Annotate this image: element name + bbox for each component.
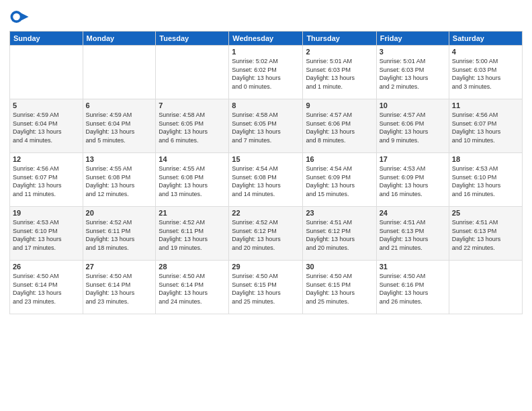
calendar-day-cell: 2Sunrise: 5:01 AM Sunset: 6:03 PM Daylig… xyxy=(303,46,376,99)
weekday-header-tuesday: Tuesday xyxy=(156,32,229,46)
day-info: Sunrise: 4:52 AM Sunset: 6:12 PM Dayligh… xyxy=(232,218,300,252)
day-number: 4 xyxy=(452,48,519,56)
calendar-day-cell: 4Sunrise: 5:00 AM Sunset: 6:03 PM Daylig… xyxy=(449,46,522,99)
calendar-empty-cell xyxy=(449,261,522,314)
day-info: Sunrise: 5:01 AM Sunset: 6:03 PM Dayligh… xyxy=(380,57,446,91)
svg-point-1 xyxy=(13,13,20,21)
day-number: 22 xyxy=(232,209,300,217)
day-number: 25 xyxy=(452,209,519,217)
day-info: Sunrise: 4:51 AM Sunset: 6:12 PM Dayligh… xyxy=(306,218,373,252)
day-info: Sunrise: 4:53 AM Sunset: 6:09 PM Dayligh… xyxy=(380,165,446,198)
day-number: 8 xyxy=(232,101,300,109)
day-number: 3 xyxy=(380,48,446,56)
day-info: Sunrise: 4:52 AM Sunset: 6:11 PM Dayligh… xyxy=(86,218,153,252)
logo xyxy=(9,7,32,27)
day-info: Sunrise: 4:50 AM Sunset: 6:14 PM Dayligh… xyxy=(86,272,153,306)
calendar-day-cell: 29Sunrise: 4:50 AM Sunset: 6:15 PM Dayli… xyxy=(229,261,303,314)
day-number: 21 xyxy=(159,209,226,217)
calendar-day-cell: 22Sunrise: 4:52 AM Sunset: 6:12 PM Dayli… xyxy=(229,207,303,261)
calendar-day-cell: 28Sunrise: 4:50 AM Sunset: 6:14 PM Dayli… xyxy=(156,261,229,314)
calendar-day-cell: 5Sunrise: 4:59 AM Sunset: 6:04 PM Daylig… xyxy=(10,99,83,153)
calendar-day-cell: 1Sunrise: 5:02 AM Sunset: 6:02 PM Daylig… xyxy=(229,46,303,99)
calendar-table: SundayMondayTuesdayWednesdayThursdayFrid… xyxy=(9,31,523,314)
calendar-day-cell: 23Sunrise: 4:51 AM Sunset: 6:12 PM Dayli… xyxy=(303,207,376,261)
page: SundayMondayTuesdayWednesdayThursdayFrid… xyxy=(0,0,532,321)
calendar-day-cell: 19Sunrise: 4:53 AM Sunset: 6:10 PM Dayli… xyxy=(10,207,83,261)
calendar-day-cell: 26Sunrise: 4:50 AM Sunset: 6:14 PM Dayli… xyxy=(10,261,83,314)
day-number: 6 xyxy=(86,101,153,109)
logo-icon xyxy=(9,7,30,27)
day-info: Sunrise: 4:51 AM Sunset: 6:13 PM Dayligh… xyxy=(452,218,519,252)
calendar-day-cell: 27Sunrise: 4:50 AM Sunset: 6:14 PM Dayli… xyxy=(83,261,156,314)
day-info: Sunrise: 4:50 AM Sunset: 6:15 PM Dayligh… xyxy=(306,272,373,306)
calendar-week-row: 12Sunrise: 4:56 AM Sunset: 6:07 PM Dayli… xyxy=(10,153,523,207)
calendar-day-cell: 13Sunrise: 4:55 AM Sunset: 6:08 PM Dayli… xyxy=(83,153,156,207)
day-info: Sunrise: 5:01 AM Sunset: 6:03 PM Dayligh… xyxy=(306,57,373,91)
day-number: 16 xyxy=(306,155,373,163)
day-info: Sunrise: 4:53 AM Sunset: 6:10 PM Dayligh… xyxy=(452,165,519,198)
calendar-week-row: 26Sunrise: 4:50 AM Sunset: 6:14 PM Dayli… xyxy=(10,261,523,314)
day-info: Sunrise: 4:50 AM Sunset: 6:16 PM Dayligh… xyxy=(380,272,446,306)
calendar-day-cell: 17Sunrise: 4:53 AM Sunset: 6:09 PM Dayli… xyxy=(376,153,449,207)
day-number: 14 xyxy=(159,155,226,163)
calendar-day-cell: 3Sunrise: 5:01 AM Sunset: 6:03 PM Daylig… xyxy=(376,46,449,99)
day-number: 24 xyxy=(380,209,446,217)
calendar-day-cell: 6Sunrise: 4:59 AM Sunset: 6:04 PM Daylig… xyxy=(83,99,156,153)
weekday-header-row: SundayMondayTuesdayWednesdayThursdayFrid… xyxy=(10,32,523,46)
day-info: Sunrise: 5:00 AM Sunset: 6:03 PM Dayligh… xyxy=(452,57,519,91)
weekday-header-sunday: Sunday xyxy=(10,32,83,46)
day-number: 7 xyxy=(159,101,226,109)
day-number: 19 xyxy=(13,209,80,217)
calendar-day-cell: 25Sunrise: 4:51 AM Sunset: 6:13 PM Dayli… xyxy=(449,207,522,261)
weekday-header-saturday: Saturday xyxy=(449,32,522,46)
calendar-day-cell: 31Sunrise: 4:50 AM Sunset: 6:16 PM Dayli… xyxy=(376,261,449,314)
calendar-day-cell: 16Sunrise: 4:54 AM Sunset: 6:09 PM Dayli… xyxy=(303,153,376,207)
calendar-day-cell: 9Sunrise: 4:57 AM Sunset: 6:06 PM Daylig… xyxy=(303,99,376,153)
day-info: Sunrise: 4:57 AM Sunset: 6:06 PM Dayligh… xyxy=(306,111,373,144)
day-number: 2 xyxy=(306,48,373,56)
day-info: Sunrise: 4:50 AM Sunset: 6:14 PM Dayligh… xyxy=(159,272,226,306)
day-number: 9 xyxy=(306,101,373,109)
day-number: 18 xyxy=(452,155,519,163)
calendar-day-cell: 7Sunrise: 4:58 AM Sunset: 6:05 PM Daylig… xyxy=(156,99,229,153)
day-number: 13 xyxy=(86,155,153,163)
day-info: Sunrise: 4:54 AM Sunset: 6:09 PM Dayligh… xyxy=(306,165,373,198)
day-info: Sunrise: 4:59 AM Sunset: 6:04 PM Dayligh… xyxy=(86,111,153,144)
day-info: Sunrise: 4:57 AM Sunset: 6:06 PM Dayligh… xyxy=(380,111,446,144)
day-info: Sunrise: 4:59 AM Sunset: 6:04 PM Dayligh… xyxy=(13,111,80,144)
day-info: Sunrise: 4:52 AM Sunset: 6:11 PM Dayligh… xyxy=(159,218,226,252)
weekday-header-monday: Monday xyxy=(83,32,156,46)
calendar-day-cell: 8Sunrise: 4:58 AM Sunset: 6:05 PM Daylig… xyxy=(229,99,303,153)
day-number: 31 xyxy=(380,263,446,271)
calendar-day-cell: 21Sunrise: 4:52 AM Sunset: 6:11 PM Dayli… xyxy=(156,207,229,261)
day-info: Sunrise: 5:02 AM Sunset: 6:02 PM Dayligh… xyxy=(232,57,300,91)
day-info: Sunrise: 4:56 AM Sunset: 6:07 PM Dayligh… xyxy=(13,165,80,198)
calendar-day-cell: 30Sunrise: 4:50 AM Sunset: 6:15 PM Dayli… xyxy=(303,261,376,314)
day-info: Sunrise: 4:55 AM Sunset: 6:08 PM Dayligh… xyxy=(86,165,153,198)
calendar-day-cell: 18Sunrise: 4:53 AM Sunset: 6:10 PM Dayli… xyxy=(449,153,522,207)
day-info: Sunrise: 4:50 AM Sunset: 6:14 PM Dayligh… xyxy=(13,272,80,306)
header xyxy=(9,7,523,27)
weekday-header-thursday: Thursday xyxy=(303,32,376,46)
weekday-header-wednesday: Wednesday xyxy=(229,32,303,46)
day-info: Sunrise: 4:56 AM Sunset: 6:07 PM Dayligh… xyxy=(452,111,519,144)
calendar-day-cell: 12Sunrise: 4:56 AM Sunset: 6:07 PM Dayli… xyxy=(10,153,83,207)
calendar-day-cell: 10Sunrise: 4:57 AM Sunset: 6:06 PM Dayli… xyxy=(376,99,449,153)
day-info: Sunrise: 4:50 AM Sunset: 6:15 PM Dayligh… xyxy=(232,272,300,306)
day-number: 27 xyxy=(86,263,153,271)
day-info: Sunrise: 4:54 AM Sunset: 6:08 PM Dayligh… xyxy=(232,165,300,198)
day-info: Sunrise: 4:53 AM Sunset: 6:10 PM Dayligh… xyxy=(13,218,80,252)
day-number: 30 xyxy=(306,263,373,271)
day-info: Sunrise: 4:51 AM Sunset: 6:13 PM Dayligh… xyxy=(380,218,446,252)
svg-marker-2 xyxy=(21,13,29,21)
weekday-header-friday: Friday xyxy=(376,32,449,46)
day-number: 1 xyxy=(232,48,300,56)
day-number: 15 xyxy=(232,155,300,163)
day-info: Sunrise: 4:55 AM Sunset: 6:08 PM Dayligh… xyxy=(159,165,226,198)
day-number: 29 xyxy=(232,263,300,271)
calendar-day-cell: 24Sunrise: 4:51 AM Sunset: 6:13 PM Dayli… xyxy=(376,207,449,261)
day-number: 12 xyxy=(13,155,80,163)
day-number: 10 xyxy=(380,101,446,109)
day-number: 26 xyxy=(13,263,80,271)
calendar-week-row: 1Sunrise: 5:02 AM Sunset: 6:02 PM Daylig… xyxy=(10,46,523,99)
